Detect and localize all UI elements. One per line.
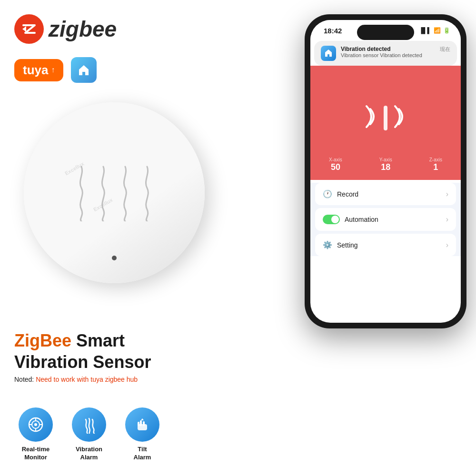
- status-icons: ▐▌▌ 📶 🔋: [419, 27, 450, 34]
- zigbee-highlight: ZigBee: [14, 331, 71, 350]
- tuya-label: tuya: [23, 63, 48, 78]
- notif-subtitle: Vibration sensor Vibration detected: [341, 52, 435, 58]
- wifi-icon: 📶: [434, 27, 441, 34]
- product-title: ZigBee Smart Vibration Sensor Noted: Nee…: [14, 330, 151, 383]
- vline-4: [140, 164, 154, 221]
- notif-text: Vibration detected Vibration sensor Vibr…: [341, 46, 435, 58]
- menu-item-automation[interactable]: Automation ›: [315, 208, 456, 231]
- product-name: ZigBee Smart Vibration Sensor: [14, 330, 151, 373]
- vline-3: [119, 164, 132, 221]
- menu-item-setting[interactable]: ⚙️ Setting ›: [315, 234, 456, 256]
- setting-label: Setting: [337, 241, 358, 249]
- menu-left-setting: ⚙️ Setting: [323, 240, 358, 249]
- record-icon: 🕐: [323, 189, 332, 198]
- record-label: Record: [337, 190, 358, 198]
- svg-rect-11: [143, 421, 145, 426]
- automation-toggle[interactable]: [323, 215, 340, 224]
- product-name-line1: ZigBee Smart: [14, 331, 125, 350]
- sensor-circle: Excellux Excellux: [24, 102, 205, 283]
- menu-item-record[interactable]: 🕐 Record ›: [315, 183, 456, 205]
- feature-realtime: Real-timeMonitor: [14, 407, 57, 462]
- axis-z: Z-axis 1: [429, 157, 442, 172]
- tilt-alarm-icon: [125, 407, 159, 442]
- toggle-knob: [331, 216, 339, 223]
- dynamic-island: [357, 25, 414, 40]
- features-row: Real-timeMonitor VibrationAlarm: [14, 407, 164, 462]
- sensor-dot: [112, 256, 117, 260]
- left-panel: zigbee tuya ↑: [0, 0, 238, 476]
- phone-wrapper: 18:42 ▐▌▌ 📶 🔋 Vibration detected Vibrati…: [305, 14, 466, 328]
- vibration-label: VibrationAlarm: [76, 446, 102, 462]
- notif-app-icon: [321, 46, 336, 61]
- battery-icon: 🔋: [443, 27, 450, 34]
- setting-icon: ⚙️: [323, 240, 332, 249]
- realtime-label: Real-timeMonitor: [22, 446, 50, 462]
- wave-right: [391, 104, 408, 132]
- product-name-line2: Vibration Sensor: [14, 352, 151, 372]
- y-axis-value: 18: [379, 162, 392, 172]
- home-badge: [71, 57, 97, 83]
- vline-2: [97, 164, 110, 221]
- feature-vibration: VibrationAlarm: [68, 407, 110, 462]
- automation-chevron: ›: [446, 215, 448, 224]
- tuya-badge: tuya ↑: [14, 59, 63, 81]
- app-red-screen: X-axis 50 Y-axis 18 Z-axis 1: [310, 66, 461, 180]
- axis-row: X-axis 50 Y-axis 18 Z-axis 1: [310, 157, 461, 172]
- vibration-lines: [75, 164, 154, 221]
- svg-rect-12: [138, 422, 139, 426]
- feature-tilt: TiltAlarm: [121, 407, 164, 462]
- setting-chevron: ›: [446, 241, 448, 249]
- vibration-center-bar: [384, 106, 387, 130]
- x-axis-value: 50: [329, 162, 342, 172]
- notif-time: 现在: [440, 46, 450, 53]
- notification-banner[interactable]: Vibration detected Vibration sensor Vibr…: [314, 41, 457, 66]
- zigbee-wordmark: zigbee: [49, 16, 117, 42]
- svg-point-4: [34, 423, 37, 426]
- tuya-superscript: ↑: [51, 66, 55, 74]
- vibration-icon-large: [363, 104, 408, 132]
- x-axis-label: X-axis: [329, 157, 342, 162]
- notif-title: Vibration detected: [341, 46, 435, 52]
- tilt-label: TiltAlarm: [134, 446, 151, 462]
- menu-left-automation: Automation: [323, 215, 378, 224]
- menu-left-record: 🕐 Record: [323, 189, 358, 198]
- note-text: Need to work with tuya zigbee hub: [36, 376, 138, 383]
- z-axis-value: 1: [429, 162, 442, 172]
- vibration-alarm-icon: [72, 407, 106, 442]
- phone-outer: 18:42 ▐▌▌ 📶 🔋 Vibration detected Vibrati…: [305, 14, 466, 328]
- realtime-monitor-icon: [19, 407, 53, 442]
- brand-logos: tuya ↑: [14, 57, 97, 83]
- product-note: Noted: Need to work with tuya zigbee hub: [14, 376, 151, 383]
- status-time: 18:42: [324, 27, 342, 35]
- zigbee-circle-icon: [14, 14, 44, 44]
- wave-left: [363, 104, 380, 132]
- note-prefix: Noted:: [14, 376, 36, 383]
- y-axis-label: Y-axis: [379, 157, 392, 162]
- vline-1: [75, 164, 88, 221]
- z-axis-label: Z-axis: [429, 157, 442, 162]
- axis-x: X-axis 50: [329, 157, 342, 172]
- signal-icon: ▐▌▌: [419, 27, 431, 34]
- svg-rect-10: [140, 420, 142, 426]
- zigbee-logo: zigbee: [14, 14, 117, 44]
- sensor-device-image: Excellux Excellux: [14, 93, 214, 293]
- record-chevron: ›: [446, 190, 448, 198]
- axis-y: Y-axis 18: [379, 157, 392, 172]
- phone-inner: 18:42 ▐▌▌ 📶 🔋 Vibration detected Vibrati…: [310, 20, 461, 323]
- automation-label: Automation: [345, 216, 378, 223]
- app-menu-screen: 🕐 Record › Automation ›: [310, 183, 461, 256]
